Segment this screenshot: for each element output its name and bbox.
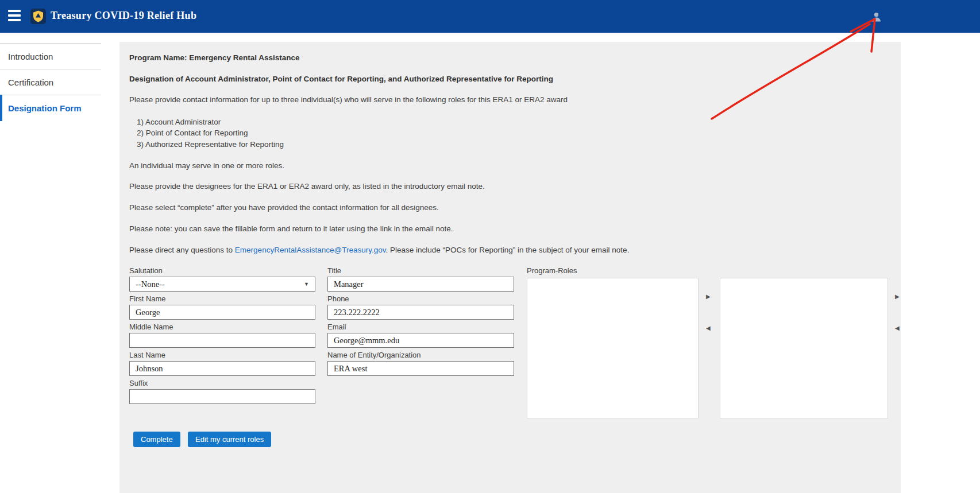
move-right-icon-secondary[interactable]: ▶ [895,294,900,300]
title-field[interactable] [327,277,514,292]
last-name-field[interactable] [129,361,315,376]
program-name-heading: Program Name: Emergency Rental Assistanc… [129,53,300,62]
suffix-label: Suffix [129,379,148,387]
middle-name-field[interactable] [129,333,315,348]
menu-icon[interactable] [8,10,21,22]
salutation-label: Salutation [129,266,163,275]
sidebar-item-certification[interactable]: Certification [0,69,101,95]
questions-suffix: . Please include “POCs for Reporting” in… [385,246,629,254]
program-roles-selected-listbox[interactable] [720,278,888,418]
program-roles-available-listbox[interactable] [527,278,699,418]
app-header: Treasury COVID-19 Relief Hub [0,0,980,33]
note-paragraph-3: Please select “complete” after you have … [129,203,439,212]
salutation-select[interactable]: --None-- ▼ [129,277,315,292]
chevron-down-icon: ▼ [304,281,309,287]
sidebar-item-label: Designation Form [8,103,82,113]
role-list-item-2: 2) Point of Contact for Reporting [137,129,248,137]
move-left-icon[interactable]: ◀ [706,325,711,331]
active-item-indicator [0,95,2,121]
note-paragraph-2: Please provide the designees for the ERA… [129,182,485,191]
questions-paragraph: Please direct any questions to Emergency… [129,246,629,254]
note-paragraph-1: An individual may serve in one or more r… [129,161,284,170]
entity-name-field[interactable] [327,361,514,376]
move-left-icon-secondary[interactable]: ◀ [895,325,900,331]
phone-field[interactable] [327,305,514,320]
suffix-field[interactable] [129,389,315,404]
user-account-icon[interactable] [870,11,882,23]
page-gutter [901,33,980,493]
note-paragraph-4: Please note: you can save the fillable f… [129,224,453,233]
treasury-logo-icon [30,9,46,24]
support-email-link[interactable]: EmergencyRentalAssistance@Treasury.gov [235,246,386,254]
edit-current-roles-button[interactable]: Edit my current roles [188,432,271,447]
designation-heading: Designation of Account Administrator, Po… [129,75,553,83]
middle-name-label: Middle Name [129,323,173,331]
entity-name-label: Name of Entity/Organization [327,351,421,359]
phone-label: Phone [327,294,349,303]
first-name-label: First Name [129,294,166,303]
app-title: Treasury COVID-19 Relief Hub [51,10,196,22]
sidebar-nav: Introduction Certification Designation F… [0,33,119,493]
sidebar-item-designation-form[interactable]: Designation Form [0,95,101,121]
complete-button[interactable]: Complete [133,432,180,447]
page: Treasury COVID-19 Relief Hub Introductio… [0,0,980,493]
role-list-item-1: 1) Account Administrator [137,118,221,126]
role-list-item-3: 3) Authorized Representative for Reporti… [137,140,284,149]
email-label: Email [327,323,346,331]
last-name-label: Last Name [129,351,165,359]
move-right-icon[interactable]: ▶ [706,294,711,300]
salutation-selected-value: --None-- [136,280,165,289]
questions-prefix: Please direct any questions to [129,246,235,254]
sidebar-item-introduction[interactable]: Introduction [0,43,101,69]
title-label: Title [327,266,341,275]
first-name-field[interactable] [129,305,315,320]
sidebar-item-label: Introduction [8,52,53,61]
program-roles-label: Program-Roles [527,266,577,275]
intro-paragraph: Please provide contact information for u… [129,95,568,104]
sidebar-item-label: Certification [8,77,53,87]
designation-form-panel [119,42,901,493]
email-field[interactable] [327,333,514,348]
